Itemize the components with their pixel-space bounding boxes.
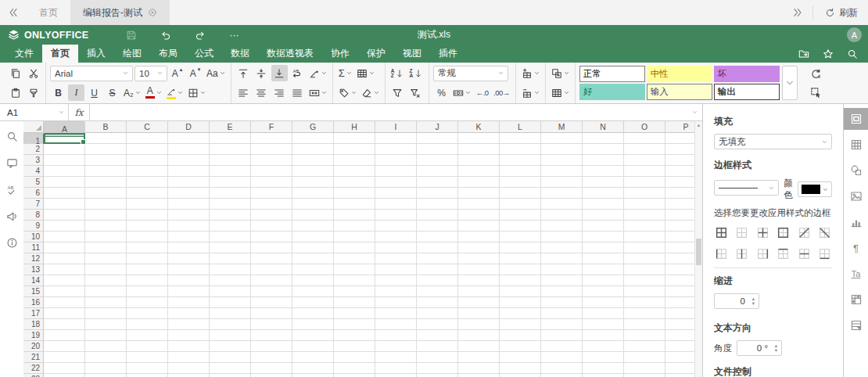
cell-N18[interactable] xyxy=(583,319,624,330)
cell-I13[interactable] xyxy=(375,264,417,275)
cell-L4[interactable] xyxy=(500,166,541,177)
cell-I7[interactable] xyxy=(375,199,417,210)
cell-L6[interactable] xyxy=(500,188,541,199)
cell-G13[interactable] xyxy=(292,264,334,275)
cell-M17[interactable] xyxy=(541,308,583,319)
cell-M8[interactable] xyxy=(541,210,583,221)
cell-M12[interactable] xyxy=(541,253,583,264)
sort-descending-button[interactable]: ZA xyxy=(407,65,425,81)
row-header-19[interactable]: 19 xyxy=(23,330,44,341)
cell-G1[interactable] xyxy=(292,133,334,144)
cell-O22[interactable] xyxy=(624,363,665,374)
cell-E1[interactable] xyxy=(210,133,251,144)
cell-A6[interactable] xyxy=(44,188,85,199)
cell-B14[interactable] xyxy=(85,275,127,286)
filter-button[interactable] xyxy=(389,84,406,101)
spinner-arrows[interactable]: ▴▾ xyxy=(748,296,759,306)
cell-style-output[interactable]: 输出 xyxy=(714,84,780,100)
cell-D2[interactable] xyxy=(168,144,210,155)
cell-N4[interactable] xyxy=(583,166,624,177)
cell-H14[interactable] xyxy=(334,275,375,286)
number-format-select[interactable]: 常规 xyxy=(433,66,508,81)
cell-I23[interactable] xyxy=(375,374,417,377)
cell-F2[interactable] xyxy=(251,144,292,155)
cell-H4[interactable] xyxy=(334,166,375,177)
cell-style-good[interactable]: 好 xyxy=(579,84,645,100)
cell-N1[interactable] xyxy=(583,133,624,144)
align-middle-button[interactable] xyxy=(253,65,270,81)
cell-K6[interactable] xyxy=(458,188,500,199)
cell-N15[interactable] xyxy=(583,286,624,297)
cell-H18[interactable] xyxy=(334,319,375,330)
cell-K20[interactable] xyxy=(458,341,500,352)
table-settings-icon[interactable] xyxy=(844,134,868,156)
ribbon-tab-collaboration[interactable]: 协作 xyxy=(322,45,358,63)
row-header-9[interactable]: 9 xyxy=(23,221,44,232)
cell-N13[interactable] xyxy=(583,264,624,275)
cell-L16[interactable] xyxy=(500,297,541,308)
conditional-formatting-button[interactable] xyxy=(550,65,571,81)
ribbon-tab-plugins[interactable]: 插件 xyxy=(430,45,466,63)
cell-J6[interactable] xyxy=(417,188,458,199)
replace-button[interactable] xyxy=(808,66,824,82)
cell-H22[interactable] xyxy=(334,363,375,374)
cell-A4[interactable] xyxy=(44,166,85,177)
sort-ascending-button[interactable]: AZ xyxy=(389,65,407,81)
format-as-table-button[interactable] xyxy=(550,84,571,101)
cell-C12[interactable] xyxy=(127,253,168,264)
cell-K21[interactable] xyxy=(458,352,500,363)
cell-O11[interactable] xyxy=(624,242,665,253)
cell-E14[interactable] xyxy=(210,275,251,286)
row-header-10[interactable]: 10 xyxy=(23,232,44,242)
cell-K15[interactable] xyxy=(458,286,500,297)
cell-F14[interactable] xyxy=(251,275,292,286)
cell-style-input[interactable]: 输入 xyxy=(647,84,712,100)
row-header-11[interactable]: 11 xyxy=(23,242,44,253)
cell-D7[interactable] xyxy=(168,199,210,210)
cell-O9[interactable] xyxy=(624,221,665,232)
cell-M20[interactable] xyxy=(541,341,583,352)
cell-I17[interactable] xyxy=(375,308,417,319)
cell-style-normal[interactable]: 正常 xyxy=(579,66,645,82)
cell-F15[interactable] xyxy=(251,286,292,297)
cell-E16[interactable] xyxy=(210,297,251,308)
cell-K23[interactable] xyxy=(458,374,500,377)
clear-button[interactable] xyxy=(360,84,381,101)
autosum-button[interactable]: Σ xyxy=(337,65,353,81)
row-header-7[interactable]: 7 xyxy=(23,199,44,210)
search-panel-icon[interactable] xyxy=(6,131,18,142)
row-header-3[interactable]: 3 xyxy=(23,155,44,166)
cell-C17[interactable] xyxy=(127,308,168,319)
column-header-I[interactable]: I xyxy=(375,121,417,133)
row-header-18[interactable]: 18 xyxy=(23,319,44,330)
row-header-16[interactable]: 16 xyxy=(23,297,44,308)
column-header-N[interactable]: N xyxy=(583,121,624,133)
cell-H16[interactable] xyxy=(334,297,375,308)
strikethrough-button[interactable]: S xyxy=(104,84,120,101)
border-top-button[interactable] xyxy=(777,246,791,260)
cell-H7[interactable] xyxy=(334,199,375,210)
cell-E8[interactable] xyxy=(210,210,251,221)
decrease-decimal-button[interactable]: ←.0 xyxy=(474,84,490,101)
row-header-13[interactable]: 13 xyxy=(23,264,44,275)
align-center-button[interactable] xyxy=(253,84,270,101)
cell-L21[interactable] xyxy=(500,352,541,363)
increase-font-button[interactable]: A▴ xyxy=(169,65,185,81)
cell-L23[interactable] xyxy=(500,374,541,377)
cell-I6[interactable] xyxy=(375,188,417,199)
cell-F18[interactable] xyxy=(251,319,292,330)
cell-C3[interactable] xyxy=(127,155,168,166)
border-diagonal-down-button[interactable] xyxy=(818,225,832,239)
cell-I12[interactable] xyxy=(375,253,417,264)
cell-I5[interactable] xyxy=(375,177,417,188)
cell-J8[interactable] xyxy=(417,210,458,221)
cell-I1[interactable] xyxy=(375,133,417,144)
cell-E15[interactable] xyxy=(210,286,251,297)
row-header-15[interactable]: 15 xyxy=(23,286,44,297)
format-painter-button[interactable] xyxy=(25,84,41,101)
cell-E18[interactable] xyxy=(210,319,251,330)
cell-M4[interactable] xyxy=(541,166,583,177)
cell-O16[interactable] xyxy=(624,297,665,308)
cell-A12[interactable] xyxy=(44,253,85,264)
row-header-5[interactable]: 5 xyxy=(23,177,44,188)
